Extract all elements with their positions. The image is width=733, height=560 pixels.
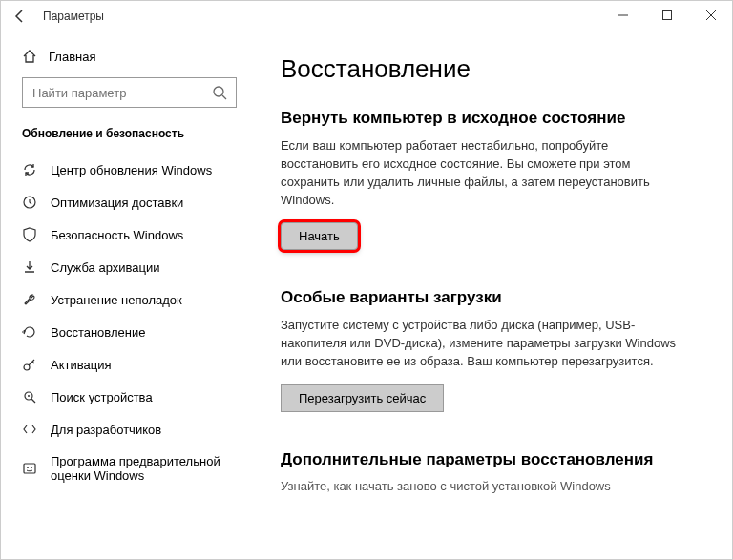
sidebar-item-recovery[interactable]: Восстановление [1, 316, 258, 348]
svg-rect-11 [24, 464, 35, 473]
reset-pc-desc: Если ваш компьютер работает нестабильно,… [281, 137, 681, 209]
sidebar-home[interactable]: Главная [1, 41, 258, 72]
more-recovery-section: Дополнительные параметры восстановления … [281, 450, 713, 493]
reset-pc-section: Вернуть компьютер в исходное состояние Е… [281, 109, 713, 250]
close-button[interactable] [689, 0, 733, 31]
sidebar-home-label: Главная [49, 50, 95, 64]
advanced-startup-section: Особые варианты загрузки Запустите систе… [281, 288, 713, 412]
search-box[interactable] [22, 77, 237, 108]
minimize-button[interactable] [601, 0, 645, 31]
svg-rect-1 [663, 11, 672, 20]
sidebar-item-windows-update[interactable]: Центр обновления Windows [1, 154, 258, 186]
sidebar-item-label: Восстановление [51, 325, 145, 340]
fresh-start-link[interactable]: Узнайте, как начать заново с чистой уста… [281, 479, 713, 493]
sidebar-item-label: Для разработчиков [51, 423, 161, 437]
back-icon[interactable] [12, 9, 28, 24]
svg-point-4 [214, 87, 223, 96]
sidebar-item-activation[interactable]: Активация [1, 348, 258, 381]
reset-pc-title: Вернуть компьютер в исходное состояние [281, 109, 713, 128]
sidebar-section-title: Обновление и безопасность [1, 117, 258, 154]
sidebar-item-insider[interactable]: Программа предварительной оценки Windows [1, 446, 258, 491]
maximize-button[interactable] [645, 0, 689, 31]
recovery-icon [22, 324, 37, 340]
search-icon [212, 85, 227, 100]
svg-point-12 [27, 467, 29, 468]
sidebar-item-label: Устранение неполадок [51, 293, 182, 307]
wrench-icon [22, 292, 37, 307]
backup-icon [22, 259, 37, 275]
svg-line-9 [31, 399, 35, 403]
svg-line-5 [222, 95, 226, 99]
sidebar-item-delivery-optimization[interactable]: Оптимизация доставки [1, 186, 258, 218]
reset-pc-button[interactable]: Начать [281, 222, 358, 250]
svg-point-13 [31, 467, 32, 468]
sidebar-item-developers[interactable]: Для разработчиков [1, 413, 258, 446]
sidebar-item-label: Служба архивации [51, 260, 160, 275]
sidebar-item-label: Программа предварительной оценки Windows [51, 454, 237, 483]
sidebar-item-label: Безопасность Windows [51, 228, 183, 242]
sidebar-item-find-device[interactable]: Поиск устройства [1, 381, 258, 413]
window-title: Параметры [43, 10, 104, 23]
advanced-startup-desc: Запустите систему с устройства либо диск… [281, 317, 681, 371]
sync-icon [22, 162, 37, 177]
key-icon [22, 357, 37, 372]
developer-icon [22, 422, 37, 437]
search-input[interactable] [22, 77, 237, 108]
delivery-icon [22, 195, 37, 210]
shield-icon [22, 227, 37, 242]
svg-point-10 [28, 395, 30, 397]
advanced-startup-title: Особые варианты загрузки [281, 288, 713, 307]
content-area: Восстановление Вернуть компьютер в исход… [258, 31, 732, 559]
sidebar-item-windows-security[interactable]: Безопасность Windows [1, 218, 258, 251]
find-icon [22, 389, 37, 404]
titlebar: Параметры [1, 1, 732, 31]
more-recovery-title: Дополнительные параметры восстановления [281, 450, 713, 469]
home-icon [22, 49, 37, 64]
sidebar-item-label: Оптимизация доставки [51, 196, 183, 210]
page-title: Восстановление [281, 54, 713, 84]
restart-now-button[interactable]: Перезагрузить сейчас [281, 384, 444, 412]
sidebar-item-label: Центр обновления Windows [51, 163, 212, 177]
sidebar-item-label: Активация [51, 358, 111, 372]
sidebar: Главная Обновление и безопасность Центр … [1, 31, 258, 559]
sidebar-item-troubleshoot[interactable]: Устранение неполадок [1, 283, 258, 316]
sidebar-item-label: Поиск устройства [51, 390, 153, 404]
sidebar-item-backup[interactable]: Служба архивации [1, 251, 258, 283]
insider-icon [22, 461, 37, 476]
